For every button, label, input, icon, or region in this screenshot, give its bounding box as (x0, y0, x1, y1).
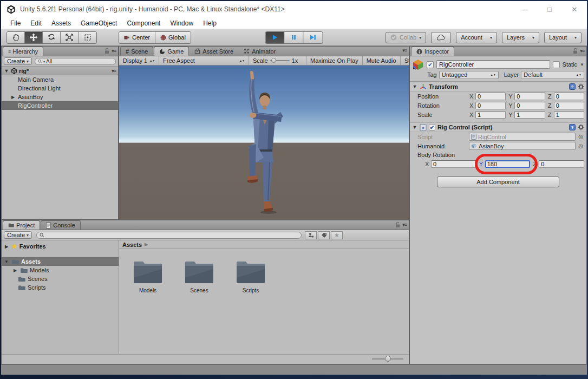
search-by-type-button[interactable] (305, 231, 317, 239)
maximize-button[interactable]: □ (537, 1, 562, 17)
scale-z-field[interactable] (554, 111, 584, 119)
scale-y-field[interactable] (514, 111, 545, 119)
lock-icon[interactable] (573, 48, 578, 54)
rotate-tool-button[interactable] (43, 32, 61, 43)
panel-menu-icon[interactable]: ▾≡ (580, 48, 584, 54)
layers-dropdown[interactable]: Layers ▾ (502, 32, 539, 43)
move-tool-button[interactable] (25, 32, 43, 43)
body-rotation-y-field[interactable] (485, 160, 531, 168)
play-button[interactable] (266, 32, 285, 43)
tree-item-scenes[interactable]: Scenes (2, 275, 119, 283)
icon-size-slider-knob[interactable] (385, 356, 391, 362)
game-tab[interactable]: Game (154, 47, 189, 56)
lock-icon[interactable] (104, 48, 109, 54)
tree-item-scripts[interactable]: Scripts (2, 283, 119, 292)
account-dropdown[interactable]: Account ▾ (456, 32, 497, 43)
gear-icon[interactable] (578, 124, 584, 130)
menu-component[interactable]: Component (122, 18, 165, 28)
animator-tab[interactable]: Animator (239, 47, 280, 56)
add-component-button[interactable]: Add Component (437, 177, 559, 187)
asset-folder-scenes[interactable]: Scenes (180, 259, 218, 293)
breadcrumb-label[interactable]: Assets (122, 241, 142, 248)
hand-tool-button[interactable] (7, 32, 25, 43)
collab-dropdown[interactable]: Collab ▾ (386, 32, 426, 43)
inspector-tab[interactable]: Inspector (411, 47, 454, 56)
active-checkbox[interactable]: ✔ (427, 61, 434, 68)
aspect-dropdown[interactable]: Free Aspect ▲▼ (159, 56, 249, 65)
menu-edit[interactable]: Edit (25, 18, 47, 28)
rig-foldout-icon[interactable]: ▼ (412, 125, 417, 130)
menu-window[interactable]: Window (165, 18, 198, 28)
foldout-icon[interactable]: ▶ (4, 244, 9, 249)
panel-menu-icon[interactable]: ▾≡ (402, 48, 407, 53)
menu-file[interactable]: File (5, 18, 25, 28)
tree-item-models[interactable]: ▶ Models (2, 266, 119, 275)
step-button[interactable] (304, 32, 323, 43)
position-x-field[interactable] (475, 93, 506, 100)
scene-header-row[interactable]: ▼ rig* ▾≡ (2, 67, 118, 75)
space-toggle-button[interactable]: Global (155, 32, 191, 43)
position-y-field[interactable] (514, 93, 545, 100)
project-tab[interactable]: Project (3, 220, 40, 230)
rig-enabled-checkbox[interactable]: ✔ (429, 124, 435, 130)
hierarchy-item-main-camera[interactable]: Main Camera (2, 75, 118, 84)
position-z-field[interactable] (554, 93, 584, 100)
foldout-icon[interactable]: ▶ (12, 268, 18, 273)
static-caret-icon[interactable]: ▼ (580, 62, 584, 67)
asset-folder-scripts[interactable]: Scripts (232, 259, 270, 293)
static-checkbox[interactable]: ✔ (553, 61, 560, 68)
object-picker-icon[interactable]: ◎ (577, 143, 584, 149)
icon-size-slider[interactable] (372, 358, 403, 360)
humanoid-object-field[interactable]: AsianBoy (469, 142, 576, 150)
game-viewport[interactable] (119, 66, 409, 219)
scene-menu-icon[interactable]: ▾≡ (112, 68, 116, 74)
cloud-button[interactable] (431, 32, 451, 43)
body-rotation-x-field[interactable] (431, 160, 476, 168)
scene-foldout-icon[interactable]: ▼ (4, 68, 9, 74)
hierarchy-tab[interactable]: ≡ Hierarchy (3, 47, 43, 56)
scene-tab[interactable]: # Scene (120, 47, 153, 56)
hierarchy-create-button[interactable]: Create ▾ (4, 57, 32, 65)
stats-button[interactable]: Stats (401, 56, 409, 65)
layout-dropdown[interactable]: Layout ▾ (544, 32, 582, 43)
script-object-field[interactable]: RigControl (469, 133, 576, 141)
menu-assets[interactable]: Assets (47, 18, 76, 28)
close-button[interactable]: ✕ (562, 1, 587, 17)
maximize-on-play-button[interactable]: Maximize On Play (306, 56, 363, 65)
panel-menu-icon[interactable]: ▾≡ (402, 222, 407, 227)
asset-store-tab[interactable]: Asset Store (190, 47, 238, 56)
rotation-x-field[interactable] (475, 102, 506, 109)
hierarchy-search-input[interactable] (46, 58, 113, 64)
scale-slider[interactable] (270, 60, 290, 61)
asset-folder-models[interactable]: Models (129, 259, 167, 293)
hierarchy-item-asianboy[interactable]: ▶ AsianBoy (2, 93, 118, 101)
saved-search-star-button[interactable]: ★ (331, 231, 343, 239)
hierarchy-item-rigcontroller[interactable]: RigController (2, 101, 118, 110)
panel-menu-icon[interactable]: ▾≡ (112, 48, 116, 54)
gameobject-name-field[interactable] (436, 60, 550, 69)
tree-item-assets[interactable]: ▼ Assets (2, 257, 119, 266)
scale-x-field[interactable] (475, 111, 506, 119)
layer-dropdown[interactable]: Default ▲▼ (521, 71, 584, 79)
menu-gameobject[interactable]: GameObject (76, 18, 122, 28)
project-create-button[interactable]: Create ▾ (4, 231, 32, 239)
display-dropdown[interactable]: Display 1 ▲▼ (119, 56, 159, 65)
pivot-toggle-button[interactable]: Center (119, 32, 155, 43)
help-icon[interactable]: ? (569, 83, 576, 90)
scale-slider-knob[interactable] (271, 58, 276, 63)
hierarchy-item-directional-light[interactable]: Directional Light (2, 84, 118, 93)
gear-icon[interactable] (578, 83, 584, 90)
rotation-y-field[interactable] (514, 102, 545, 109)
search-by-label-button[interactable] (318, 231, 330, 239)
object-picker-icon[interactable]: ◎ (577, 134, 584, 140)
menu-help[interactable]: Help (198, 18, 221, 28)
transform-foldout-icon[interactable]: ▼ (412, 84, 417, 89)
project-search[interactable] (36, 232, 302, 239)
tree-item-favorites[interactable]: ▶ ★ Favorites (2, 242, 119, 251)
rect-tool-button[interactable] (79, 32, 96, 43)
console-tab[interactable]: Console (41, 220, 80, 230)
mute-audio-button[interactable]: Mute Audio (363, 56, 401, 65)
rig-control-header[interactable]: ▼ # ✔ Rig Control (Script) ? (410, 122, 586, 132)
tag-dropdown[interactable]: Untagged ▲▼ (439, 71, 499, 79)
scale-tool-button[interactable] (61, 32, 79, 43)
